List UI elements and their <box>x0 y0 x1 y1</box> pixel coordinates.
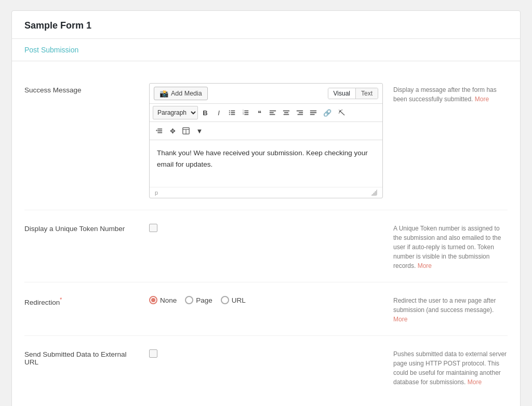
unique-token-row: Display a Unique Token Number A Unique T… <box>24 210 508 282</box>
redirection-radio-group: None Page URL <box>149 294 383 304</box>
align-right-button[interactable] <box>294 106 306 119</box>
svg-rect-21 <box>310 111 316 112</box>
toolbar-row-2: ✥ ▼ <box>150 122 382 140</box>
svg-point-4 <box>229 112 230 113</box>
redirection-control: None Page URL <box>139 294 393 304</box>
editor-status-text: p <box>155 190 158 196</box>
more-button[interactable]: ▼ <box>193 124 206 138</box>
page-radio-label: Page <box>196 296 212 304</box>
svg-marker-27 <box>156 129 157 131</box>
svg-rect-18 <box>297 111 303 112</box>
form-body: Success Message 📸 Add Media Visual Text <box>12 61 520 406</box>
outdent-button[interactable] <box>153 124 165 138</box>
editor-status-bar: p <box>150 187 382 198</box>
unique-token-checkbox[interactable] <box>149 224 157 232</box>
none-radio-dot <box>151 298 155 302</box>
svg-rect-23 <box>310 114 315 115</box>
svg-rect-13 <box>270 112 274 113</box>
link-button[interactable]: 🔗 <box>321 106 334 119</box>
unique-token-help: A Unique Token number is assigned to the… <box>393 222 508 270</box>
none-radio-circle <box>149 296 157 304</box>
none-radio-label: None <box>160 296 177 304</box>
svg-rect-0 <box>231 111 235 112</box>
svg-rect-22 <box>310 112 316 113</box>
external-url-checkbox[interactable] <box>149 349 157 358</box>
add-media-button[interactable]: 📸 Add Media <box>154 87 208 100</box>
unique-token-more-link[interactable]: More <box>418 262 432 269</box>
svg-rect-7 <box>244 112 248 113</box>
success-message-more-link[interactable]: More <box>475 96 489 103</box>
external-url-more-link[interactable]: More <box>468 378 482 386</box>
svg-text:3: 3 <box>243 113 244 115</box>
external-url-label: Send Submitted Data to External URL <box>24 347 139 366</box>
success-message-control: 📸 Add Media Visual Text Paragraph <box>139 83 393 198</box>
success-message-label: Success Message <box>24 83 139 94</box>
add-media-icon: 📸 <box>159 89 168 98</box>
svg-rect-14 <box>270 114 275 115</box>
svg-rect-12 <box>270 111 276 112</box>
redirection-page-option[interactable]: Page <box>185 296 212 304</box>
unlink-button[interactable]: ⛏ <box>335 106 348 119</box>
svg-rect-16 <box>284 112 288 113</box>
redirection-help: Redirect the user to a new page after su… <box>393 294 508 324</box>
redirection-label: Redirection* <box>24 294 139 306</box>
success-message-help: Display a message after the form has bee… <box>393 83 508 104</box>
svg-rect-2 <box>231 114 235 115</box>
external-url-control <box>139 347 393 360</box>
svg-rect-24 <box>157 129 162 130</box>
align-center-button[interactable] <box>280 106 292 119</box>
page-header: Sample Form 1 <box>12 11 520 39</box>
resize-handle[interactable] <box>371 190 377 196</box>
page-radio-circle <box>185 296 193 304</box>
italic-button[interactable]: I <box>212 106 225 119</box>
svg-rect-8 <box>244 114 248 115</box>
section-tab: Post Submission <box>12 39 520 61</box>
justify-button[interactable] <box>307 106 320 119</box>
svg-rect-19 <box>299 112 303 113</box>
text-tab[interactable]: Text <box>356 88 378 99</box>
success-message-row: Success Message 📸 Add Media Visual Text <box>24 72 508 210</box>
svg-point-3 <box>229 110 230 111</box>
align-left-button[interactable] <box>267 106 279 119</box>
external-url-row: Send Submitted Data to External URL Push… <box>24 336 508 398</box>
svg-rect-26 <box>157 132 162 133</box>
unique-token-label: Display a Unique Token Number <box>24 222 139 233</box>
svg-rect-25 <box>157 130 162 131</box>
svg-rect-1 <box>231 112 235 113</box>
toolbar-row-1: Paragraph B I 123 ❝ <box>150 104 382 122</box>
editor-content[interactable]: Thank you! We have received your submiss… <box>150 140 382 187</box>
table-button[interactable] <box>180 124 192 138</box>
page-title: Sample Form 1 <box>24 20 508 31</box>
visual-tab[interactable]: Visual <box>328 88 356 99</box>
redirection-url-option[interactable]: URL <box>221 296 246 304</box>
post-submission-tab[interactable]: Post Submission <box>24 46 78 54</box>
redirection-row: Redirection* None Page <box>24 282 508 336</box>
external-url-help: Pushes submitted data to external server… <box>393 347 508 387</box>
ordered-list-button[interactable]: 123 <box>240 106 252 119</box>
paragraph-select[interactable]: Paragraph <box>153 106 198 119</box>
svg-rect-20 <box>298 114 303 115</box>
svg-rect-15 <box>283 111 289 112</box>
svg-point-5 <box>229 114 230 115</box>
url-radio-circle <box>221 296 229 304</box>
fullscreen-button[interactable]: ✥ <box>166 124 179 138</box>
redirection-none-option[interactable]: None <box>149 296 177 304</box>
editor-top-bar: 📸 Add Media Visual Text <box>150 84 382 104</box>
visual-text-tabs: Visual Text <box>328 88 378 99</box>
unordered-list-button[interactable] <box>226 106 238 119</box>
svg-rect-17 <box>284 114 289 115</box>
url-radio-label: URL <box>232 296 246 304</box>
svg-rect-6 <box>244 111 248 112</box>
page-container: Sample Form 1 Post Submission Success Me… <box>11 10 521 406</box>
redirection-more-link[interactable]: More <box>393 316 407 323</box>
editor-wrapper: 📸 Add Media Visual Text Paragraph <box>149 83 383 198</box>
blockquote-button[interactable]: ❝ <box>253 106 265 119</box>
unique-token-control <box>139 222 393 234</box>
bold-button[interactable]: B <box>199 106 211 119</box>
